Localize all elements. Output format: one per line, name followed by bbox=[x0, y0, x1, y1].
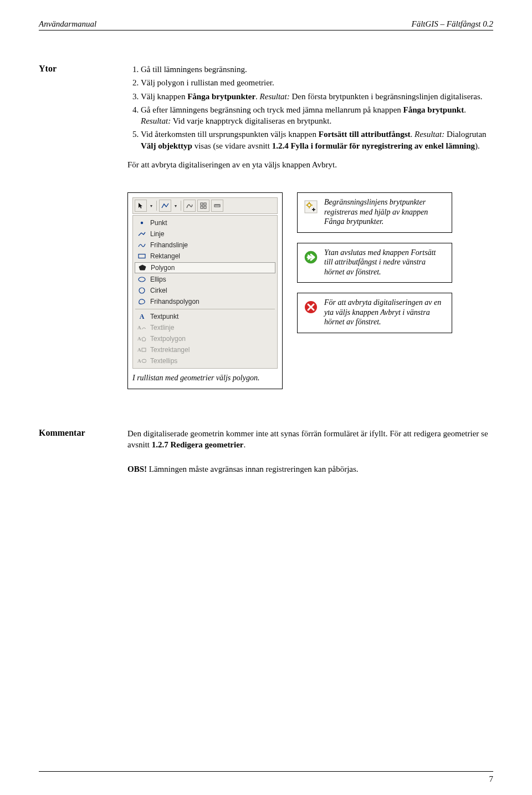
info-text-cancel: För att avbryta digitaliseringen av en y… bbox=[324, 298, 446, 327]
svg-rect-0 bbox=[201, 203, 203, 205]
step-4-d: Resultat: bbox=[141, 116, 171, 125]
geom-item-punkt[interactable]: Punkt bbox=[133, 217, 277, 228]
after-list-text: För att avbryta digitaliseringen av en y… bbox=[127, 159, 493, 170]
step-3-a: Välj knappen bbox=[141, 92, 187, 101]
step-4-e: Vid varje knapptryck digitaliseras en br… bbox=[171, 116, 331, 125]
ellipse-icon bbox=[137, 276, 146, 283]
polyline-icon bbox=[161, 203, 169, 208]
step-4-b: Fånga brytpunkt bbox=[403, 105, 464, 114]
step-4-a: Gå efter lämningens begränsning och tryc… bbox=[141, 105, 403, 114]
geom-item-frihandslinje[interactable]: Frihandslinje bbox=[133, 239, 277, 251]
section-label: Ytor bbox=[39, 64, 116, 74]
step-5-h: 1.2.4 Fylla i formulär för nyregistrerin… bbox=[272, 141, 475, 150]
steps-list: Gå till lämningens begränsning. Välj pol… bbox=[127, 64, 493, 151]
geom-item-frihandspolygon[interactable]: Frihandspolygon bbox=[133, 296, 277, 307]
step-5-d: Resultat: bbox=[415, 130, 444, 139]
comment-p1-b: 1.2.7 Redigera geometrier bbox=[152, 440, 244, 449]
svg-rect-1 bbox=[204, 203, 206, 205]
section-label-col: Ytor bbox=[39, 64, 116, 389]
geom-label: Cirkel bbox=[150, 287, 167, 294]
draw-dropdown-button[interactable]: ▾ bbox=[173, 200, 178, 211]
step-3-e: Den första brytpunkten i begränsningslin… bbox=[290, 92, 483, 101]
step-5-a: Vid återkomsten till ursprungspunkten vä… bbox=[141, 130, 319, 139]
geom-item-polygon[interactable]: Polygon bbox=[135, 262, 275, 273]
svg-rect-21 bbox=[305, 201, 317, 213]
step-5-i: ). bbox=[475, 141, 480, 150]
geom-item-cirkel[interactable]: Cirkel bbox=[133, 285, 277, 296]
svg-point-9 bbox=[141, 222, 143, 224]
tool-button-3[interactable] bbox=[183, 200, 196, 212]
geom-item-textlinje: A Textlinje bbox=[133, 322, 277, 333]
svg-text:A: A bbox=[137, 325, 141, 330]
pointer-dropdown-button[interactable]: ▾ bbox=[149, 200, 154, 211]
geom-label: Frihandspolygon bbox=[150, 298, 200, 305]
step-5-e: Dialogrutan bbox=[444, 130, 486, 139]
curve-icon bbox=[186, 202, 193, 209]
geom-item-rektangel[interactable]: Rektangel bbox=[133, 251, 277, 262]
textline-icon: A bbox=[137, 324, 146, 332]
step-4-c: . bbox=[464, 105, 466, 114]
info-text-continue: Ytan avslutas med knappen Fortsätt till … bbox=[324, 248, 446, 277]
section-body: Gå till lämningens begränsning. Välj pol… bbox=[127, 64, 493, 389]
textrect-icon: A bbox=[137, 346, 146, 354]
tool-button-4[interactable] bbox=[197, 200, 209, 212]
toolbar-separator-2 bbox=[181, 201, 181, 211]
geom-label: Rektangel bbox=[150, 252, 180, 260]
textpoint-icon: A bbox=[137, 313, 146, 320]
page-number: 7 bbox=[489, 774, 494, 784]
continue-icon bbox=[303, 249, 319, 265]
geom-label: Polygon bbox=[151, 264, 175, 272]
geometry-list: Punkt Linje Frihandslinje Rektangel bbox=[132, 215, 278, 369]
step-2-text: Välj polygon i rullistan med geometrier. bbox=[141, 78, 274, 87]
footer-separator bbox=[39, 771, 493, 772]
comment-label: Kommentar bbox=[39, 428, 116, 438]
comment-section: Kommentar Den digitaliserade geometrin k… bbox=[39, 428, 493, 488]
toolbar-separator bbox=[156, 201, 157, 211]
step-5-c: . bbox=[411, 130, 415, 139]
svg-rect-18 bbox=[142, 348, 146, 351]
tool-button-5[interactable] bbox=[211, 200, 223, 212]
draw-tool-button[interactable] bbox=[159, 200, 171, 212]
svg-rect-2 bbox=[201, 206, 203, 208]
textellipse-icon: A bbox=[137, 357, 146, 365]
geom-item-textellips: A Textellips bbox=[133, 355, 277, 366]
comment-p1-c: . bbox=[244, 440, 246, 449]
step-3: Välj knappen Fånga brytpunkter. Resultat… bbox=[141, 91, 493, 102]
comment-p1: Den digitaliserade geometrin kommer inte… bbox=[127, 428, 493, 451]
svg-text:A: A bbox=[137, 358, 141, 364]
geom-label: Textrektangel bbox=[150, 346, 190, 354]
geom-item-textrektangel: A Textrektangel bbox=[133, 344, 277, 355]
geom-label: Textellips bbox=[150, 357, 177, 365]
page-header: Användarmanual FältGIS – Fältfångst 0.2 bbox=[39, 19, 493, 30]
ruler-icon bbox=[214, 202, 221, 209]
step-5-b: Fortsätt till attributfångst bbox=[319, 130, 411, 139]
step-3-d: Resultat: bbox=[260, 92, 290, 101]
geom-label: Linje bbox=[150, 230, 164, 238]
header-right: FältGIS – Fältfångst 0.2 bbox=[412, 19, 494, 29]
section-ytor: Ytor Gå till lämningens begränsning. Väl… bbox=[39, 64, 493, 389]
svg-marker-11 bbox=[139, 265, 146, 270]
geom-item-ellips[interactable]: Ellips bbox=[133, 274, 277, 285]
info-box-capture: Begränsningslinjens brytpunkter registre… bbox=[297, 192, 452, 233]
figure-caption: I rullistan med geometrier väljs polygon… bbox=[132, 373, 278, 383]
freehand-line-icon bbox=[137, 241, 146, 249]
circle-icon bbox=[137, 287, 146, 294]
svg-text:A: A bbox=[137, 347, 141, 353]
comment-p2-b: Lämningen måste avgränsas innan registre… bbox=[147, 465, 359, 473]
pointer-tool-button[interactable] bbox=[135, 200, 147, 212]
step-1-text: Gå till lämningens begränsning. bbox=[141, 65, 247, 74]
geom-item-textpunkt[interactable]: A Textpunkt bbox=[133, 311, 277, 322]
grid-icon bbox=[200, 202, 207, 209]
point-icon bbox=[137, 219, 146, 227]
comment-p2-a: OBS! bbox=[127, 465, 147, 473]
geom-item-linje[interactable]: Linje bbox=[133, 228, 277, 239]
page: Användarmanual FältGIS – Fältfångst 0.2 … bbox=[0, 0, 532, 795]
figures-row: ▾ ▾ bbox=[127, 192, 493, 389]
info-box-cancel: För att avbryta digitaliseringen av en y… bbox=[297, 293, 452, 333]
step-5: Vid återkomsten till ursprungspunkten vä… bbox=[141, 129, 493, 151]
svg-text:A: A bbox=[137, 336, 141, 342]
step-5-f: Välj objekttyp bbox=[141, 141, 192, 150]
info-boxes-column: Begränsningslinjens brytpunkter registre… bbox=[297, 192, 452, 333]
comment-label-col: Kommentar bbox=[39, 428, 116, 488]
geom-separator bbox=[135, 309, 275, 309]
